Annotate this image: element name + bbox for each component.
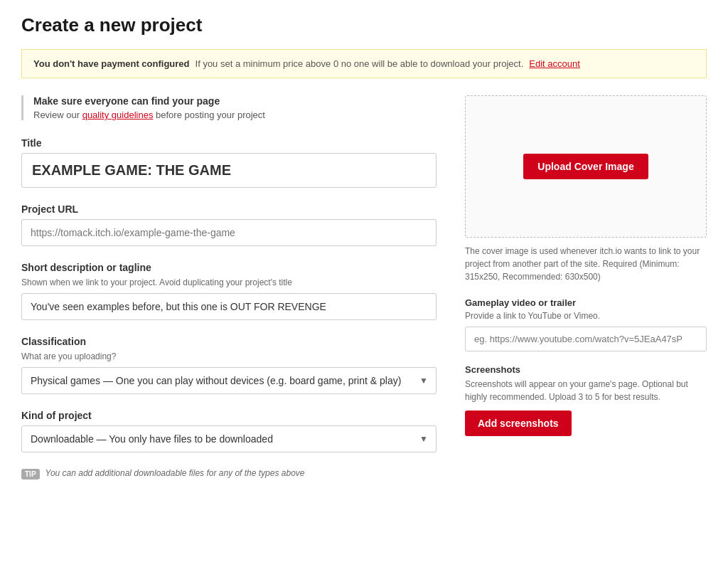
kind-select[interactable]: Downloadable — You only have files to be… [21,425,437,452]
tip-box: TIP You can add additional downloadable … [21,468,437,480]
video-input[interactable] [465,327,707,351]
warning-message: If you set a minimum price above 0 no on… [196,58,524,69]
kind-select-wrapper: Downloadable — You only have files to be… [21,425,437,452]
title-input[interactable] [21,153,437,188]
info-text-after: before posting your project [156,110,265,120]
quality-guidelines-link[interactable]: quality guidelines [82,110,154,120]
cover-image-description: The cover image is used whenever itch.io… [465,245,707,283]
short-desc-input[interactable] [21,293,437,320]
add-screenshots-button[interactable]: Add screenshots [465,411,572,436]
classification-label: Classification [21,336,437,347]
info-box: Make sure everyone can find your page Re… [21,95,437,120]
kind-label: Kind of project [21,410,437,421]
info-title: Make sure everyone can find your page [33,95,437,107]
url-group: Project URL [21,203,437,246]
short-desc-group: Short description or tagline Shown when … [21,262,437,320]
classification-select-wrapper: Physical games — One you can play withou… [21,367,437,394]
classification-select[interactable]: Physical games — One you can play withou… [21,367,437,394]
screenshots-label: Screenshots [465,364,707,375]
page-title: Create a new project [21,14,707,36]
short-desc-sublabel: Shown when we link to your project. Avoi… [21,277,437,287]
right-column: Upload Cover Image The cover image is us… [465,95,707,449]
cover-image-box: Upload Cover Image [465,95,707,238]
tip-badge: TIP [21,469,40,480]
tip-text: You can add additional downloadable file… [46,468,305,478]
video-sublabel: Provide a link to YouTube or Vimeo. [465,311,707,321]
video-group: Gameplay video or trailer Provide a link… [465,297,707,351]
main-layout: Make sure everyone can find your page Re… [21,95,707,480]
short-desc-label: Short description or tagline [21,262,437,273]
kind-group: Kind of project Downloadable — You only … [21,410,437,452]
url-label: Project URL [21,203,437,215]
left-column: Make sure everyone can find your page Re… [21,95,437,480]
info-text-before: Review our [33,110,80,120]
screenshots-description: Screenshots will appear on your game's p… [465,378,707,403]
screenshots-group: Screenshots Screenshots will appear on y… [465,364,707,436]
video-label: Gameplay video or trailer [465,297,707,308]
classification-sublabel: What are you uploading? [21,351,437,361]
url-input[interactable] [21,219,437,246]
edit-account-link[interactable]: Edit account [529,58,580,69]
title-group: Title [21,137,437,188]
warning-banner: You don't have payment configured If you… [21,49,707,78]
title-label: Title [21,137,437,149]
upload-cover-button[interactable]: Upload Cover Image [523,154,648,179]
warning-bold-text: You don't have payment configured [33,58,190,69]
classification-group: Classification What are you uploading? P… [21,336,437,394]
info-text: Review our quality guidelines before pos… [33,110,437,120]
